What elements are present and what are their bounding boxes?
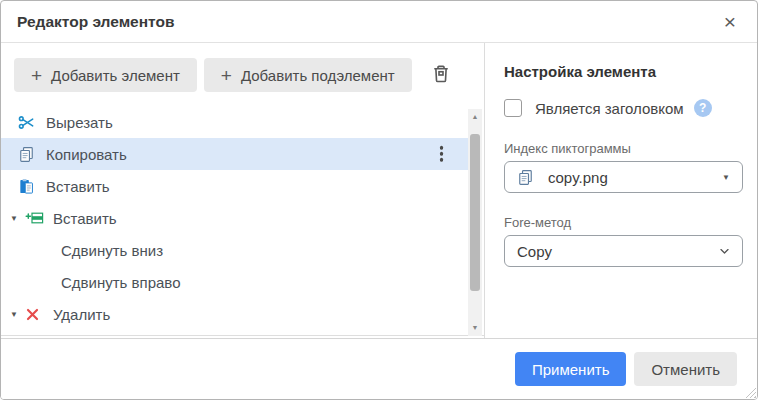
fore-method-select[interactable]: Copy [504, 235, 743, 267]
scroll-down-icon[interactable]: ▼ [468, 322, 482, 334]
add-subelement-button[interactable]: + Добавить подэлемент [204, 58, 412, 92]
list-item-label: Вставить [46, 178, 110, 195]
plus-icon: + [221, 66, 232, 85]
list-item-label: Вырезать [46, 114, 113, 131]
dialog-footer: Применить Отменить [1, 338, 757, 399]
list-item[interactable]: Вставить [1, 170, 469, 202]
copy-icon [517, 168, 539, 186]
fore-method-value: Copy [517, 243, 552, 260]
help-icon[interactable]: ? [694, 99, 712, 117]
list-item-label: Вставить [53, 210, 117, 227]
icon-index-label: Индекс пиктограммы [504, 141, 741, 156]
list-item[interactable]: ▼Удалить [1, 298, 469, 330]
dropdown-caret-icon: ▼ [722, 173, 730, 182]
close-icon[interactable]: × [717, 9, 743, 35]
list-item-label: Сдвинуть вниз [61, 242, 163, 259]
expander-icon[interactable]: ▼ [9, 214, 25, 223]
list-item[interactable]: Сдвинуть вправо [1, 266, 469, 298]
add-element-label: Добавить элемент [51, 67, 180, 84]
chevron-down-icon [719, 248, 730, 255]
list-item[interactable]: Копировать [1, 138, 469, 170]
kebab-menu-icon[interactable] [440, 145, 444, 163]
icon-index-value: copy.png [548, 169, 608, 186]
is-header-row: Является заголовком ? [504, 97, 741, 119]
is-header-checkbox[interactable] [504, 99, 522, 117]
element-list: ВырезатьКопироватьВставить▼ВставитьСдвин… [1, 106, 484, 336]
list-item-label: Копировать [46, 146, 127, 163]
list-item-label: Сдвинуть вправо [61, 274, 181, 291]
delete-x-icon [25, 305, 47, 323]
list-scrollbar[interactable]: ▲ ▼ [468, 109, 482, 336]
cancel-button[interactable]: Отменить [634, 352, 737, 386]
list-item[interactable]: Сдвинуть вниз [1, 234, 469, 266]
scissors-icon [18, 113, 40, 131]
expander-icon[interactable]: ▼ [9, 310, 25, 319]
plus-icon: + [31, 66, 42, 85]
trash-icon [431, 64, 451, 87]
copy-icon [18, 145, 40, 163]
paste-icon [18, 177, 40, 195]
element-editor-dialog: Редактор элементов × + Добавить элемент … [0, 0, 758, 400]
settings-panel: Настройка элемента Является заголовком ?… [486, 43, 757, 338]
elements-panel: + Добавить элемент + Добавить подэлемент… [1, 43, 485, 338]
fore-method-label: Fore-метод [504, 215, 741, 230]
icon-index-select[interactable]: copy.png ▼ [504, 161, 743, 193]
dialog-title: Редактор элементов [17, 13, 174, 31]
elements-toolbar: + Добавить элемент + Добавить подэлемент [1, 43, 484, 92]
delete-element-button[interactable] [428, 62, 454, 88]
scroll-up-icon[interactable]: ▲ [468, 111, 482, 123]
add-subelement-label: Добавить подэлемент [241, 67, 395, 84]
insert-row-icon [25, 209, 47, 227]
add-element-button[interactable]: + Добавить элемент [14, 58, 197, 92]
list-item-label: Удалить [53, 306, 110, 323]
list-item[interactable]: ▼Вставить [1, 202, 469, 234]
settings-heading: Настройка элемента [504, 63, 741, 80]
apply-button[interactable]: Применить [515, 352, 627, 386]
is-header-label: Является заголовком [535, 100, 684, 117]
scrollbar-thumb[interactable] [470, 134, 480, 291]
list-item[interactable]: Вырезать [1, 106, 469, 138]
dialog-header: Редактор элементов × [1, 1, 757, 43]
